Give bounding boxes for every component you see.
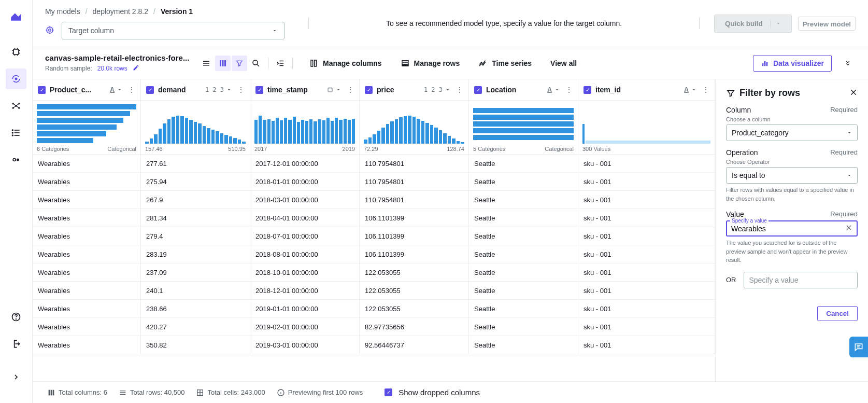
table-cell: Seattle xyxy=(469,191,578,209)
table-cell: 82.97735656 xyxy=(360,318,469,336)
nav-toggle-icon[interactable] xyxy=(6,149,26,170)
column-select[interactable]: Product_category xyxy=(726,124,858,141)
grid-view-icon[interactable] xyxy=(215,55,231,71)
preview-info: Previewing first 100 rows xyxy=(277,388,363,397)
column-menu-icon[interactable]: ⋮ xyxy=(564,86,574,94)
table-row[interactable]: Wearables237.092018-10-01 00:00:00122.05… xyxy=(33,263,715,282)
svg-rect-52 xyxy=(764,61,766,66)
svg-rect-53 xyxy=(766,62,768,66)
column-header[interactable]: ✓ demand 1 2 3 ⋮ xyxy=(141,79,250,100)
table-row[interactable]: Wearables277.612017-12-01 00:00:00110.79… xyxy=(33,155,715,173)
operation-select[interactable]: Is equal to xyxy=(726,167,858,184)
edit-icon[interactable] xyxy=(133,64,139,73)
column-type-icon[interactable]: A xyxy=(684,86,697,93)
column-menu-icon[interactable]: ⋮ xyxy=(455,86,464,94)
column-checkbox[interactable]: ✓ xyxy=(365,86,373,94)
column-preview: 300 Values xyxy=(578,101,715,154)
value-input[interactable] xyxy=(731,225,845,233)
preview-model-button[interactable]: Preview model xyxy=(798,17,856,31)
app-logo[interactable] xyxy=(9,9,23,23)
svg-point-30 xyxy=(47,27,53,33)
column-type-icon[interactable]: A xyxy=(110,86,123,93)
table-cell: 279.4 xyxy=(141,227,250,245)
filter-icon[interactable] xyxy=(232,55,247,71)
show-dropped-checkbox[interactable]: ✓ xyxy=(385,388,392,396)
logout-icon[interactable] xyxy=(6,333,26,354)
column-type-icon[interactable]: 1 2 3 xyxy=(424,86,451,93)
svg-point-25 xyxy=(13,159,16,161)
chevron-down-icon[interactable] xyxy=(770,20,781,27)
table-row[interactable]: Wearables420.272019-02-01 00:00:0082.977… xyxy=(33,318,715,336)
nav-graph-icon[interactable] xyxy=(6,95,26,116)
column-header[interactable]: ✓ price 1 2 3 ⋮ xyxy=(360,79,469,100)
total-rows: Total rows: 40,500 xyxy=(119,388,185,397)
table-cell: sku - 001 xyxy=(578,173,715,190)
table-row[interactable]: Wearables281.342018-04-01 00:00:00106.11… xyxy=(33,209,715,227)
table-cell: 2019-02-01 00:00:00 xyxy=(250,318,360,336)
column-header[interactable]: ✓ item_id A ⋮ xyxy=(578,79,715,100)
search-icon[interactable] xyxy=(248,55,264,71)
table-cell: 2018-12-01 00:00:00 xyxy=(250,282,360,299)
column-header[interactable]: ✓ Location A ⋮ xyxy=(469,79,578,100)
column-menu-icon[interactable]: ⋮ xyxy=(346,86,355,94)
column-menu-icon[interactable]: ⋮ xyxy=(701,86,710,94)
nav-list-icon[interactable] xyxy=(6,122,26,143)
manage-rows-button[interactable]: Manage rows xyxy=(395,55,465,71)
chat-fab[interactable] xyxy=(849,337,868,357)
table-row[interactable]: Wearables275.942018-01-01 00:00:00110.79… xyxy=(33,173,715,191)
table-row[interactable]: Wearables350.822019-03-01 00:00:0092.564… xyxy=(33,336,715,354)
table-row[interactable]: Wearables279.42018-07-01 00:00:00106.110… xyxy=(33,227,715,245)
crumb-models[interactable]: My models xyxy=(45,7,80,16)
panel-title: Filter by rows xyxy=(739,88,845,99)
column-checkbox[interactable]: ✓ xyxy=(146,86,154,94)
table-row[interactable]: Wearables283.192018-08-01 00:00:00106.11… xyxy=(33,245,715,263)
column-header[interactable]: ✓ time_stamp ⋮ xyxy=(250,79,360,100)
column-menu-icon[interactable]: ⋮ xyxy=(236,86,246,94)
nav-chip-icon[interactable] xyxy=(6,41,26,62)
table-row[interactable]: Wearables238.662019-01-01 00:00:00122.05… xyxy=(33,300,715,318)
manage-columns-button[interactable]: Manage columns xyxy=(304,55,387,71)
help-icon[interactable] xyxy=(6,307,26,327)
svg-line-18 xyxy=(16,106,19,108)
column-type-icon[interactable]: A xyxy=(547,86,560,93)
table-cell: Wearables xyxy=(33,300,141,317)
or-label: OR xyxy=(726,276,736,284)
or-value-input[interactable]: Specify a value xyxy=(744,272,858,288)
target-column-select[interactable]: Target column xyxy=(62,22,284,39)
table-cell: 110.7954801 xyxy=(360,155,469,172)
quick-build-button[interactable]: Quick build xyxy=(714,15,792,33)
column-menu-icon[interactable]: ⋮ xyxy=(127,86,136,94)
svg-rect-46 xyxy=(311,60,313,66)
column-checkbox[interactable]: ✓ xyxy=(255,86,263,94)
column-header[interactable]: ✓ Product_c... A ⋮ xyxy=(33,79,141,100)
cancel-button[interactable]: Cancel xyxy=(817,306,858,321)
expand-rail-icon[interactable] xyxy=(6,367,26,387)
column-type-icon[interactable] xyxy=(327,87,341,93)
svg-point-24 xyxy=(12,135,13,136)
time-series-button[interactable]: Time series xyxy=(473,55,537,71)
table-row[interactable]: Wearables267.92018-03-01 00:00:00110.795… xyxy=(33,191,715,209)
clear-value-icon[interactable] xyxy=(845,224,852,233)
column-type-icon[interactable]: 1 2 3 xyxy=(205,86,232,93)
column-checkbox[interactable]: ✓ xyxy=(38,86,46,94)
close-icon[interactable] xyxy=(849,88,858,98)
nav-sync-icon[interactable] xyxy=(6,68,26,89)
crumb-deployment[interactable]: deployment 2.8.2 xyxy=(93,7,148,16)
svg-rect-50 xyxy=(402,65,408,66)
table-cell: Wearables xyxy=(33,282,141,299)
table-cell: sku - 001 xyxy=(578,155,715,172)
rows-link[interactable]: 20.0k rows xyxy=(97,65,127,72)
chevron-down-icon xyxy=(847,130,852,135)
table-row[interactable]: Wearables240.12018-12-01 00:00:00122.053… xyxy=(33,282,715,300)
list-view-icon[interactable] xyxy=(198,55,214,71)
column-checkbox[interactable]: ✓ xyxy=(584,86,591,94)
data-visualizer-button[interactable]: Data visualizer xyxy=(753,55,832,72)
view-all-button[interactable]: View all xyxy=(545,56,582,71)
indent-icon[interactable] xyxy=(273,55,288,71)
column-checkbox[interactable]: ✓ xyxy=(474,86,482,94)
table-cell: Seattle xyxy=(469,227,578,245)
expand-panel-icon[interactable] xyxy=(840,55,856,71)
table-cell: 283.19 xyxy=(141,245,250,263)
table-cell: 106.1101399 xyxy=(360,209,469,227)
table-cell: Wearables xyxy=(33,191,141,209)
